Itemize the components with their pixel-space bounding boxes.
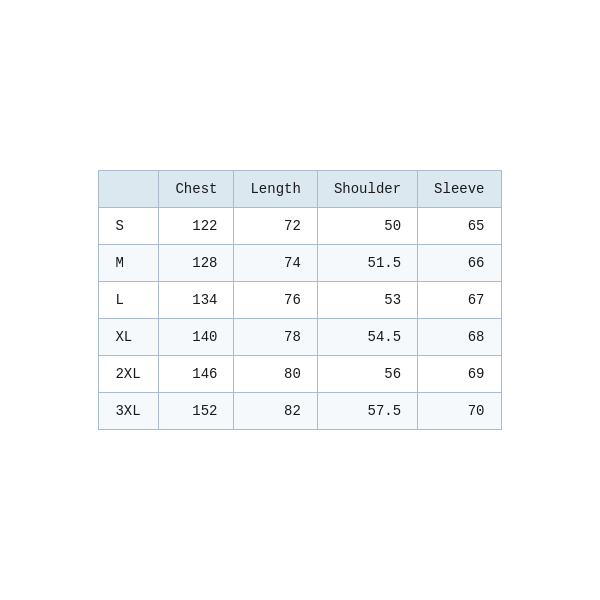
- cell-size: S: [99, 208, 159, 245]
- header-shoulder: Shoulder: [317, 171, 417, 208]
- cell-length: 82: [234, 393, 317, 430]
- cell-sleeve: 65: [418, 208, 501, 245]
- cell-shoulder: 51.5: [317, 245, 417, 282]
- table-row: XL1407854.568: [99, 319, 501, 356]
- cell-length: 76: [234, 282, 317, 319]
- table-row: S122725065: [99, 208, 501, 245]
- cell-shoulder: 53: [317, 282, 417, 319]
- header-length: Length: [234, 171, 317, 208]
- cell-sleeve: 66: [418, 245, 501, 282]
- cell-chest: 146: [159, 356, 234, 393]
- cell-size: L: [99, 282, 159, 319]
- table-row: 2XL146805669: [99, 356, 501, 393]
- table-header-row: Chest Length Shoulder Sleeve: [99, 171, 501, 208]
- cell-chest: 134: [159, 282, 234, 319]
- size-chart-table: Chest Length Shoulder Sleeve S122725065M…: [98, 170, 501, 430]
- cell-size: M: [99, 245, 159, 282]
- cell-chest: 128: [159, 245, 234, 282]
- header-size: [99, 171, 159, 208]
- cell-sleeve: 67: [418, 282, 501, 319]
- cell-size: XL: [99, 319, 159, 356]
- cell-shoulder: 57.5: [317, 393, 417, 430]
- header-sleeve: Sleeve: [418, 171, 501, 208]
- table-row: 3XL1528257.570: [99, 393, 501, 430]
- cell-length: 74: [234, 245, 317, 282]
- header-chest: Chest: [159, 171, 234, 208]
- cell-sleeve: 70: [418, 393, 501, 430]
- cell-length: 80: [234, 356, 317, 393]
- cell-shoulder: 54.5: [317, 319, 417, 356]
- cell-size: 3XL: [99, 393, 159, 430]
- cell-size: 2XL: [99, 356, 159, 393]
- cell-chest: 140: [159, 319, 234, 356]
- cell-shoulder: 56: [317, 356, 417, 393]
- cell-sleeve: 68: [418, 319, 501, 356]
- table-row: L134765367: [99, 282, 501, 319]
- size-chart-container: Chest Length Shoulder Sleeve S122725065M…: [0, 0, 600, 600]
- cell-chest: 152: [159, 393, 234, 430]
- cell-chest: 122: [159, 208, 234, 245]
- table-row: M1287451.566: [99, 245, 501, 282]
- cell-length: 78: [234, 319, 317, 356]
- cell-sleeve: 69: [418, 356, 501, 393]
- cell-length: 72: [234, 208, 317, 245]
- cell-shoulder: 50: [317, 208, 417, 245]
